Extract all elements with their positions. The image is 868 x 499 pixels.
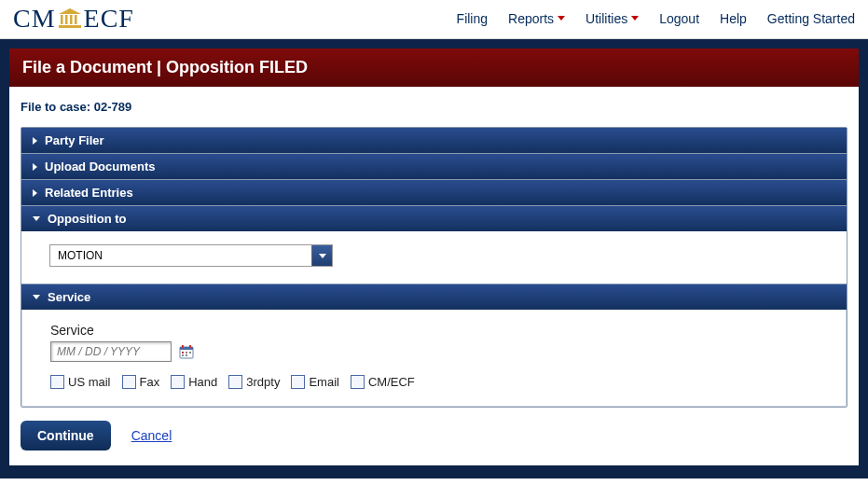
chevron-right-icon (33, 137, 37, 145)
nav-filing[interactable]: Filing (457, 11, 488, 26)
section-label: Upload Documents (45, 159, 155, 173)
section-upload-documents: Upload Documents (21, 153, 847, 179)
service-date-row (50, 341, 818, 362)
svg-rect-9 (189, 345, 191, 348)
nav-getting-started[interactable]: Getting Started (767, 11, 855, 26)
chevron-down-icon (33, 216, 40, 221)
section-related-entries: Related Entries (21, 179, 847, 205)
checkbox-3rdpty[interactable]: 3rdpty (228, 375, 280, 389)
svg-rect-8 (182, 345, 184, 348)
section-label: Related Entries (45, 186, 133, 200)
continue-button[interactable]: Continue (21, 421, 111, 450)
svg-rect-10 (182, 352, 184, 353)
case-number-label: File to case: 02-789 (21, 100, 847, 114)
checkbox-icon (351, 375, 365, 389)
checkbox-icon (291, 375, 305, 389)
nav-logout[interactable]: Logout (659, 11, 699, 26)
section-party-filer-header[interactable]: Party Filer (21, 128, 847, 153)
section-opposition-to: Opposition to MOTION (21, 205, 847, 284)
svg-rect-4 (75, 15, 77, 24)
nav-links: Filing Reports Utilities Logout Help Get… (457, 11, 855, 26)
section-opposition-body: MOTION (21, 231, 847, 284)
opposition-select-trigger[interactable] (311, 245, 332, 266)
svg-rect-2 (65, 15, 68, 24)
opposition-select-value: MOTION (50, 245, 311, 266)
calendar-icon[interactable] (179, 344, 194, 359)
section-related-entries-header[interactable]: Related Entries (21, 180, 847, 205)
checkbox-icon (122, 375, 136, 389)
svg-rect-5 (59, 25, 81, 28)
chevron-right-icon (33, 189, 37, 197)
page-title: File a Document | Opposition FILED (9, 49, 859, 87)
section-label: Service (48, 290, 90, 304)
chevron-right-icon (33, 163, 37, 171)
section-label: Opposition to (48, 212, 126, 226)
opposition-select[interactable]: MOTION (49, 244, 333, 267)
svg-rect-1 (61, 15, 63, 24)
svg-rect-14 (186, 354, 187, 356)
section-party-filer: Party Filer (21, 128, 847, 153)
service-date-label: Service (50, 323, 818, 338)
checkbox-email[interactable]: Email (291, 375, 339, 389)
svg-rect-12 (189, 352, 191, 353)
caret-down-icon (558, 16, 565, 21)
svg-marker-0 (59, 8, 81, 14)
section-label: Party Filer (45, 133, 104, 147)
svg-rect-3 (70, 15, 73, 24)
service-date-input[interactable] (50, 341, 172, 362)
section-service: Service Service (21, 284, 847, 407)
nav-reports[interactable]: Reports (508, 11, 565, 26)
nav-utilities[interactable]: Utilities (586, 11, 639, 26)
svg-rect-13 (182, 354, 184, 356)
svg-rect-11 (186, 352, 187, 353)
section-service-body: Service (21, 310, 847, 407)
nav-help[interactable]: Help (720, 11, 747, 26)
page-frame: File a Document | Opposition FILED File … (0, 39, 868, 478)
caret-down-icon (631, 16, 639, 21)
form-actions: Continue Cancel (21, 421, 847, 450)
section-upload-documents-header[interactable]: Upload Documents (21, 154, 847, 179)
chevron-down-icon (33, 295, 40, 299)
top-bar: CM ECF Filing Reports Utilities Logout H… (0, 0, 868, 39)
checkbox-icon (171, 375, 185, 389)
app-logo: CM ECF (13, 4, 134, 34)
court-building-icon (58, 8, 82, 29)
filing-accordion: Party Filer Upload Documents Related Ent… (21, 127, 847, 408)
section-opposition-to-header[interactable]: Opposition to (21, 206, 847, 231)
logo-text-cm: CM (13, 4, 56, 34)
checkbox-us-mail[interactable]: US mail (50, 375, 111, 389)
caret-down-icon (319, 254, 326, 258)
page-content: File to case: 02-789 Party Filer Upload … (9, 87, 859, 465)
checkbox-icon (228, 375, 242, 389)
section-service-header[interactable]: Service (21, 284, 847, 310)
logo-text-ecf: ECF (84, 4, 134, 34)
checkbox-icon (50, 375, 64, 389)
checkbox-hand[interactable]: Hand (171, 375, 217, 389)
checkbox-cmecf[interactable]: CM/ECF (351, 375, 415, 389)
checkbox-fax[interactable]: Fax (122, 375, 160, 389)
cancel-link[interactable]: Cancel (131, 428, 172, 443)
service-method-row: US mail Fax Hand 3rdpty Email CM/ECF (50, 375, 818, 389)
